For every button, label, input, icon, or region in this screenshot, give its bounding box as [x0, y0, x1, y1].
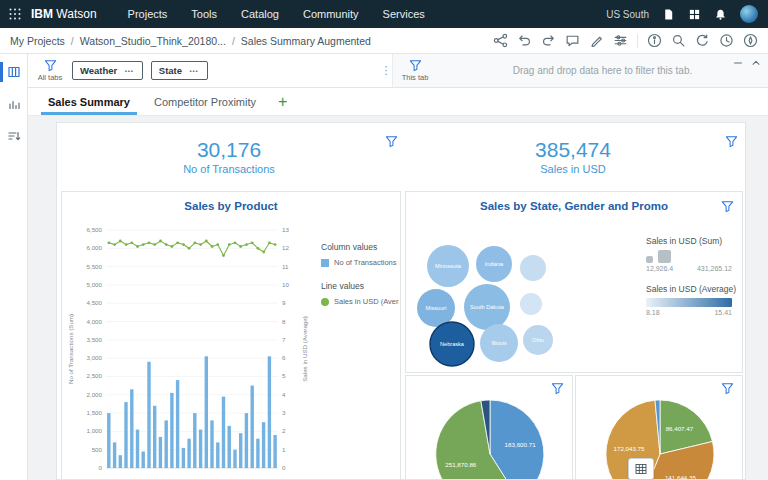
- svg-text:Sales in USD (Average): Sales in USD (Average): [301, 316, 308, 382]
- nav-item-tools[interactable]: Tools: [191, 8, 217, 20]
- svg-text:Ohio: Ohio: [532, 337, 544, 343]
- size-min: 12,926.4: [646, 265, 673, 272]
- filter-chip-state[interactable]: State ⋯: [151, 61, 208, 80]
- svg-text:Missouri: Missouri: [426, 305, 447, 311]
- left-rail: [0, 54, 28, 480]
- svg-text:10: 10: [282, 281, 289, 288]
- svg-text:500: 500: [92, 446, 103, 453]
- navbar-right: US South: [606, 5, 768, 23]
- all-tabs-label: All tabs: [38, 73, 63, 82]
- rail-item-visualizations[interactable]: [0, 94, 28, 114]
- zoom-icon[interactable]: [671, 33, 686, 48]
- column-swatch: [321, 259, 329, 267]
- breadcrumb-bar: My Projects / Watson_Studio_Think_20180.…: [0, 28, 768, 54]
- chart-title: Sales by State, Gender and Promo: [406, 200, 742, 212]
- filter-funnel-icon: [44, 59, 57, 72]
- navbar-left: IBM Watson Projects Tools Catalog Commun…: [0, 7, 425, 21]
- size-max: 431,265.12: [697, 265, 732, 272]
- svg-text:9: 9: [282, 299, 286, 306]
- chevron-up-icon[interactable]: [750, 57, 762, 69]
- tab-competitor-proximity[interactable]: Competitor Proximity: [142, 88, 268, 115]
- compass-icon[interactable]: [743, 33, 758, 48]
- undo-icon[interactable]: [517, 33, 532, 48]
- breadcrumb-project[interactable]: Watson_Studio_Think_20180...: [80, 35, 226, 47]
- this-tab-drop-region[interactable]: This tab Drag and drop data here to filt…: [392, 54, 768, 87]
- brand-logo[interactable]: IBM Watson: [31, 7, 97, 21]
- pen-icon[interactable]: [589, 33, 604, 48]
- svg-text:2,500: 2,500: [87, 372, 103, 379]
- rail-item-data-tray[interactable]: [0, 62, 28, 82]
- brand-watson: Watson: [56, 7, 96, 21]
- document-icon[interactable]: [662, 8, 675, 21]
- breadcrumb-separator: /: [232, 35, 235, 47]
- filter-funnel-icon: [409, 59, 422, 72]
- kpi-value: 30,176: [197, 138, 261, 162]
- svg-text:2: 2: [282, 427, 286, 434]
- nav-item-community[interactable]: Community: [303, 8, 359, 20]
- view-data-table-button[interactable]: [628, 458, 654, 480]
- filter-bar-controls: [732, 57, 762, 69]
- comment-icon[interactable]: [565, 33, 580, 48]
- properties-sliders-icon[interactable]: [613, 33, 628, 48]
- kpi-filter-funnel-icon[interactable]: [725, 135, 738, 148]
- average-gradient: [646, 298, 732, 307]
- sales-by-product-chart[interactable]: 0050011,00021,50032,00042,50053,00063,50…: [64, 218, 320, 480]
- drop-hint-text: Drag and drop data here to filter this t…: [437, 65, 768, 76]
- add-tab-button[interactable]: +: [268, 88, 297, 115]
- kpi-label: No of Transactions: [183, 163, 275, 175]
- history-clock-icon[interactable]: [719, 33, 734, 48]
- minimize-icon[interactable]: [732, 57, 744, 69]
- tab-sales-summary[interactable]: Sales Summary: [36, 88, 142, 115]
- app-switcher-icon[interactable]: [8, 7, 22, 21]
- nav-item-projects[interactable]: Projects: [128, 8, 168, 20]
- all-tabs-filter[interactable]: All tabs: [28, 59, 72, 82]
- chip-overflow-icon[interactable]: ⋯: [189, 65, 200, 76]
- chip-overflow-icon[interactable]: ⋯: [124, 65, 135, 76]
- svg-text:12: 12: [282, 244, 289, 251]
- share-icon[interactable]: [493, 33, 508, 48]
- nav-item-catalog[interactable]: Catalog: [241, 8, 279, 20]
- user-avatar[interactable]: [740, 5, 758, 23]
- main-menu: Projects Tools Catalog Community Service…: [128, 8, 425, 20]
- filter-chip-weather[interactable]: Weather ⋯: [72, 61, 143, 80]
- svg-text:13: 13: [282, 226, 289, 233]
- svg-text:1,000: 1,000: [87, 427, 103, 434]
- legend-item-line: Sales in USD (Avera...: [321, 297, 399, 306]
- info-icon[interactable]: [647, 33, 662, 48]
- combo-legend: Column values No of Transactions (... Li…: [321, 242, 399, 320]
- bar-chart-icon: [7, 97, 21, 111]
- svg-text:1,500: 1,500: [87, 409, 103, 416]
- size-legend-title: Sales in USD (Sum): [646, 236, 738, 246]
- svg-text:3: 3: [282, 409, 286, 416]
- dashboard-page: 30,176 No of Transactions 385,474 Sales …: [56, 122, 746, 480]
- svg-text:Nebraska: Nebraska: [440, 341, 465, 347]
- size-glyphs: [646, 250, 738, 263]
- svg-text:Indiana: Indiana: [485, 261, 504, 267]
- state-bubble-chart[interactable]: MinnesotaIndianaMissouriSouth DakotaNebr…: [414, 216, 638, 368]
- svg-text:Minnesota: Minnesota: [435, 263, 462, 269]
- card-sales-by-state: Sales by State, Gender and Promo Minneso…: [405, 191, 743, 373]
- chart-title: Sales by Product: [62, 200, 400, 212]
- reset-icon[interactable]: [695, 33, 710, 48]
- card-filter-funnel-icon[interactable]: [721, 200, 734, 213]
- dashboard-tab-bar: Sales Summary Competitor Proximity +: [28, 88, 768, 116]
- svg-text:3,500: 3,500: [87, 336, 103, 343]
- svg-text:South Dakota: South Dakota: [470, 304, 505, 310]
- chip-label: Weather: [80, 65, 117, 76]
- nav-item-services[interactable]: Services: [383, 8, 425, 20]
- pie-chart-left[interactable]: 183,600.71251,870.86: [406, 376, 573, 480]
- redo-icon[interactable]: [541, 33, 556, 48]
- svg-text:141,644.35: 141,644.35: [665, 474, 697, 480]
- rail-item-sort[interactable]: [0, 126, 28, 146]
- notifications-bell-icon[interactable]: [714, 8, 727, 21]
- card-sales-by-product: Sales by Product 0050011,00021,50032,000…: [61, 191, 401, 480]
- apps-grid-icon[interactable]: [688, 8, 701, 21]
- breadcrumb-my-projects[interactable]: My Projects: [10, 35, 65, 47]
- region-selector[interactable]: US South: [606, 9, 649, 20]
- this-tab-filter[interactable]: This tab: [393, 59, 437, 82]
- filter-drag-handle[interactable]: ⋮: [380, 54, 392, 87]
- kpi-filter-funnel-icon[interactable]: [385, 135, 398, 148]
- pie-chart-right[interactable]: 86,407.47141,644.35172,043.75: [576, 376, 743, 480]
- svg-text:1: 1: [282, 446, 286, 453]
- average-max: 15.41: [714, 309, 732, 316]
